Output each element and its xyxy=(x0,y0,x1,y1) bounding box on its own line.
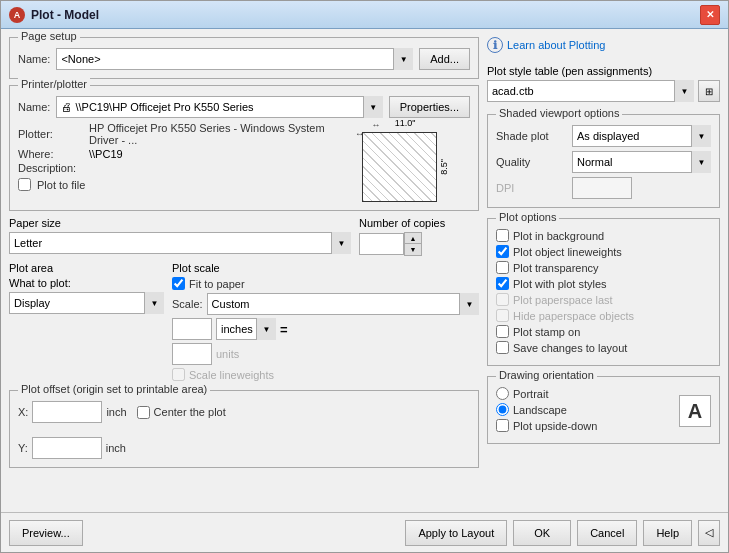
upside-down-row: Plot upside-down xyxy=(496,419,671,432)
edit-plot-style-button[interactable]: ⊞ xyxy=(698,80,720,102)
plot-option-6: Plot stamp on xyxy=(496,325,711,338)
drawing-orientation-label: Drawing orientation xyxy=(496,369,597,381)
plotter-value: HP Officejet Pro K550 Series - Windows S… xyxy=(89,122,332,146)
plot-to-file-checkbox[interactable] xyxy=(18,178,31,191)
quality-label: Quality xyxy=(496,156,566,168)
y-unit-label: inch xyxy=(106,442,126,454)
portrait-label: Portrait xyxy=(513,388,548,400)
preview-button[interactable]: Preview... xyxy=(9,520,83,546)
quality-combo[interactable]: Normal xyxy=(572,151,711,173)
scale-unit1-combo[interactable]: inches xyxy=(216,318,276,340)
cancel-button[interactable]: Cancel xyxy=(577,520,637,546)
plot-option-5-checkbox[interactable] xyxy=(496,309,509,322)
page-setup-label: Page setup xyxy=(18,30,80,42)
scale-lineweights-checkbox[interactable] xyxy=(172,368,185,381)
fit-to-paper-label: Fit to paper xyxy=(189,278,245,290)
copies-down-button[interactable]: ▼ xyxy=(405,244,421,255)
learn-link[interactable]: Learn about Plotting xyxy=(507,39,605,51)
paper-size-combo[interactable]: Letter xyxy=(9,232,351,254)
plot-option-6-checkbox[interactable] xyxy=(496,325,509,338)
plot-option-4-checkbox[interactable] xyxy=(496,293,509,306)
main-content: Page setup Name: <None> ▼ Add... Printer… xyxy=(1,29,728,512)
scale-unit2-label: units xyxy=(216,348,239,360)
paper-size-label: Paper size xyxy=(9,217,351,229)
scale-value1-input[interactable]: 1 xyxy=(172,318,212,340)
add-button[interactable]: Add... xyxy=(419,48,470,70)
plot-option-3-checkbox[interactable] xyxy=(496,277,509,290)
plot-option-2: Plot transparency xyxy=(496,261,711,274)
window-title: Plot - Model xyxy=(31,8,700,22)
landscape-label: Landscape xyxy=(513,404,567,416)
ok-button[interactable]: OK xyxy=(513,520,571,546)
page-setup-group: Page setup Name: <None> ▼ Add... xyxy=(9,37,479,79)
center-plot-checkbox[interactable] xyxy=(137,406,150,419)
scale-value2-input[interactable]: 368.4 xyxy=(172,343,212,365)
footer-buttons: Apply to Layout OK Cancel Help ◁ xyxy=(405,520,720,546)
close-button[interactable]: ✕ xyxy=(700,5,720,25)
scale-lineweights-label: Scale lineweights xyxy=(189,369,274,381)
copies-spinbox: 1 ▲ ▼ xyxy=(359,232,479,256)
where-label: Where: xyxy=(18,148,83,160)
y-input[interactable]: 0.000000 xyxy=(32,437,102,459)
plot-options-label: Plot options xyxy=(496,211,559,223)
quality-wrapper: Normal ▼ xyxy=(572,151,711,173)
plot-option-2-checkbox[interactable] xyxy=(496,261,509,274)
plot-dialog: A Plot - Model ✕ Page setup Name: <None>… xyxy=(0,0,729,553)
preview-v-arrow: ↕ xyxy=(354,132,364,137)
dpi-input[interactable]: 100 xyxy=(572,177,632,199)
apply-to-layout-button[interactable]: Apply to Layout xyxy=(405,520,507,546)
plot-option-5-label: Hide paperspace objects xyxy=(513,310,634,322)
paper-size-wrapper: Letter ▼ xyxy=(9,232,351,254)
help-button[interactable]: Help xyxy=(643,520,692,546)
plot-option-1: Plot object lineweights xyxy=(496,245,711,258)
area-scale-row: Plot area What to plot: Display ▼ Plot s… xyxy=(9,262,479,384)
left-panel: Page setup Name: <None> ▼ Add... Printer… xyxy=(9,37,479,504)
preview-hatch xyxy=(363,133,436,201)
what-to-plot-label: What to plot: xyxy=(9,277,164,289)
center-plot-label: Center the plot xyxy=(154,406,226,418)
upside-down-checkbox[interactable] xyxy=(496,419,509,432)
plot-option-7-checkbox[interactable] xyxy=(496,341,509,354)
plot-style-combo-wrapper: acad.ctb ▼ xyxy=(487,80,694,102)
copies-up-button[interactable]: ▲ xyxy=(405,233,421,244)
x-input[interactable]: 0.000000 xyxy=(32,401,102,423)
plot-option-0-label: Plot in background xyxy=(513,230,604,242)
info-icon: ℹ xyxy=(487,37,503,53)
name-label: Name: xyxy=(18,53,50,65)
printer-name-combo[interactable]: 🖨 \\PC19\HP Officejet Pro K550 Series xyxy=(56,96,382,118)
plot-option-0-checkbox[interactable] xyxy=(496,229,509,242)
fit-to-paper-checkbox[interactable] xyxy=(172,277,185,290)
plot-option-7-label: Save changes to layout xyxy=(513,342,627,354)
shade-plot-combo[interactable]: As displayed xyxy=(572,125,711,147)
scale-label: Scale: xyxy=(172,298,203,310)
copies-section: Number of copies 1 ▲ ▼ xyxy=(359,217,479,256)
plot-style-combo[interactable]: acad.ctb xyxy=(487,80,694,102)
plot-option-3: Plot with plot styles xyxy=(496,277,711,290)
portrait-radio[interactable] xyxy=(496,387,509,400)
preview-area: 11.0" 8.5" ↕ ↔ xyxy=(340,122,470,202)
shaded-viewport-group: Shaded viewport options Shade plot As di… xyxy=(487,114,720,208)
landscape-radio[interactable] xyxy=(496,403,509,416)
info-row: ℹ Learn about Plotting xyxy=(487,37,720,53)
page-setup-name-combo[interactable]: <None> xyxy=(56,48,413,70)
copies-input[interactable]: 1 xyxy=(359,233,404,255)
back-icon-button[interactable]: ◁ xyxy=(698,520,720,546)
what-to-plot-wrapper: Display ▼ xyxy=(9,292,164,314)
plot-offset-group: Plot offset (origin set to printable are… xyxy=(9,390,479,468)
plot-option-1-checkbox[interactable] xyxy=(496,245,509,258)
preview-h-arrow: ↔ xyxy=(372,120,381,130)
orientation-icon: A xyxy=(679,395,711,427)
properties-button[interactable]: Properties... xyxy=(389,96,470,118)
plot-option-5: Hide paperspace objects xyxy=(496,309,711,322)
app-icon: A xyxy=(9,7,25,23)
printer-name-wrapper: 🖨 \\PC19\HP Officejet Pro K550 Series ▼ xyxy=(56,96,382,118)
shade-plot-label: Shade plot xyxy=(496,130,566,142)
equals-sign: = xyxy=(280,322,288,337)
description-label: Description: xyxy=(18,162,83,174)
scale-unit1-wrapper: inches ▼ xyxy=(216,318,276,340)
printer-name-label: Name: xyxy=(18,101,50,113)
y-label: Y: xyxy=(18,442,28,454)
x-label: X: xyxy=(18,406,28,418)
scale-combo[interactable]: Custom xyxy=(207,293,479,315)
what-to-plot-combo[interactable]: Display xyxy=(9,292,164,314)
